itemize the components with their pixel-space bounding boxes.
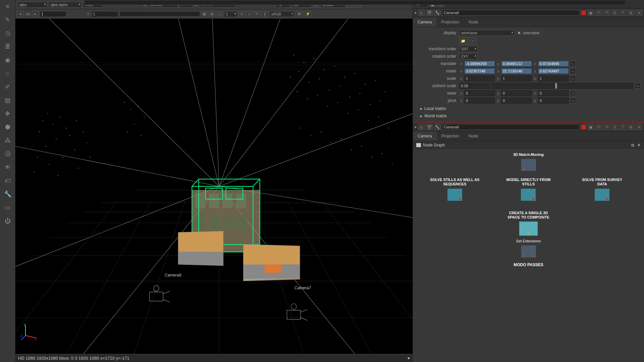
record-icon[interactable] bbox=[581, 125, 586, 129]
feature-extensions-icon[interactable] bbox=[521, 245, 536, 257]
tab-projection-2[interactable]: Projection bbox=[437, 131, 464, 141]
rotate-z[interactable] bbox=[538, 68, 569, 74]
timeline-y[interactable] bbox=[119, 11, 200, 16]
square-icon[interactable]: ▣ bbox=[587, 124, 594, 130]
tab-node[interactable]: Node bbox=[464, 17, 483, 27]
uniform-scale-input[interactable] bbox=[459, 83, 490, 89]
pivot-curve[interactable]: ∿ bbox=[570, 98, 576, 104]
popout-icon[interactable]: ⧉ bbox=[628, 10, 634, 16]
card-icon[interactable]: ▭ bbox=[3, 203, 12, 212]
record-icon[interactable] bbox=[581, 10, 586, 15]
pen-icon[interactable]: ✎ bbox=[3, 15, 12, 24]
help-icon[interactable]: ? bbox=[620, 124, 626, 130]
eye-icon[interactable]: 👁 bbox=[3, 163, 12, 172]
list-icon[interactable]: ≣ bbox=[3, 42, 12, 51]
ip-button[interactable]: IP bbox=[296, 11, 304, 17]
fx-icon[interactable]: ⚡ bbox=[305, 11, 311, 17]
feature-composite-icon[interactable] bbox=[519, 222, 538, 236]
target-icon[interactable]: ◎ bbox=[418, 10, 425, 16]
circle-icon[interactable]: ○ bbox=[3, 69, 12, 78]
skew-y[interactable] bbox=[501, 90, 532, 96]
translate-x[interactable] bbox=[464, 61, 495, 67]
display-dropdown[interactable]: wireframe bbox=[459, 30, 515, 36]
scale-x[interactable] bbox=[464, 75, 495, 81]
export-icon[interactable]: ⎘ bbox=[611, 124, 618, 130]
layers-icon[interactable]: ▤ bbox=[3, 96, 12, 105]
wrench-icon[interactable]: 🔧 bbox=[434, 124, 441, 130]
local-matrix-row[interactable]: ▸ Local matrix bbox=[416, 105, 641, 112]
translate-z[interactable] bbox=[538, 61, 569, 67]
axis-gizmo[interactable]: X Y Z bbox=[20, 324, 37, 341]
wrench2-icon[interactable]: 🔧 bbox=[434, 10, 441, 16]
feature-stills-icon[interactable] bbox=[447, 189, 462, 201]
transform-order-dropdown[interactable]: SRT bbox=[459, 46, 478, 52]
tab-projection[interactable]: Projection bbox=[437, 17, 464, 27]
status-dropdown-icon[interactable]: ▾ bbox=[408, 356, 410, 361]
menu-icon[interactable]: ≡ bbox=[3, 2, 12, 11]
feature-matchmoving-icon[interactable] bbox=[521, 159, 536, 171]
value-c-dropdown[interactable]: 1 bbox=[224, 11, 237, 17]
undo-icon[interactable]: ↶ bbox=[595, 10, 602, 16]
rotate-curve[interactable]: ∿ bbox=[570, 68, 576, 74]
uniform-scale-slider[interactable] bbox=[491, 83, 634, 89]
undo-icon[interactable]: ↶ bbox=[595, 124, 602, 130]
node-graph-area[interactable]: 3D Match-Moving SOLVE STILLS AS WELL AS … bbox=[413, 149, 644, 362]
tag-icon[interactable]: 🏷 bbox=[3, 176, 12, 185]
target-icon[interactable]: ◎ bbox=[418, 124, 425, 130]
square-icon[interactable]: ▣ bbox=[587, 10, 594, 16]
scale-y[interactable] bbox=[501, 75, 532, 81]
popout-icon[interactable]: ⧉ bbox=[631, 143, 634, 147]
refresh-icon[interactable]: ⟳ bbox=[254, 11, 261, 17]
checkbox-icon[interactable]: ✖ bbox=[518, 31, 521, 35]
pivot-y[interactable] bbox=[501, 98, 532, 104]
node-name-input-2[interactable] bbox=[442, 124, 580, 130]
rotate-y[interactable] bbox=[501, 68, 532, 74]
pivot-z[interactable] bbox=[538, 98, 569, 104]
particles-icon[interactable]: ⁂ bbox=[3, 136, 12, 145]
next-icon[interactable]: ▸ bbox=[32, 11, 39, 17]
skew-x[interactable] bbox=[464, 90, 495, 96]
scale-z[interactable] bbox=[538, 75, 569, 81]
channel1-dropdown[interactable]: rgba bbox=[17, 2, 47, 8]
gamma-dropdown[interactable]: sRGB bbox=[269, 11, 294, 17]
lines-icon[interactable]: ≡ bbox=[246, 11, 253, 17]
clapper-icon[interactable]: 🎬 bbox=[426, 10, 433, 16]
redo-icon[interactable]: ↷ bbox=[603, 10, 610, 16]
close-icon[interactable]: ✕ bbox=[637, 143, 641, 147]
feature-survey-icon[interactable] bbox=[595, 189, 609, 201]
popout-icon[interactable]: ⧉ bbox=[628, 124, 634, 130]
collapse-icon[interactable]: ▾ bbox=[415, 11, 417, 15]
close-icon[interactable]: ✕ bbox=[636, 10, 642, 16]
rotation-order-dropdown[interactable]: ZXY bbox=[459, 53, 478, 59]
rotate-x[interactable] bbox=[464, 68, 495, 74]
window-icon[interactable] bbox=[416, 143, 421, 147]
scale-curve[interactable]: ∿ bbox=[570, 75, 576, 81]
redo-icon[interactable]: ↷ bbox=[603, 124, 610, 130]
viewport-3d[interactable]: Camera8 Camera7 X Y Z bbox=[15, 19, 413, 354]
close-icon[interactable]: ✕ bbox=[636, 124, 642, 130]
node-name-input[interactable] bbox=[442, 10, 580, 16]
export-icon[interactable]: ⎘ bbox=[611, 10, 618, 16]
pause-icon[interactable]: ‖ bbox=[262, 11, 268, 17]
clapper-icon[interactable]: 🎬 bbox=[426, 124, 433, 130]
pivot-x[interactable] bbox=[464, 98, 495, 104]
collapse-icon[interactable]: ▾ bbox=[415, 125, 417, 129]
grid1-icon[interactable]: ▦ bbox=[201, 11, 208, 17]
world-matrix-row[interactable]: ▸ World matrix bbox=[416, 112, 641, 120]
value-y-input[interactable] bbox=[92, 11, 118, 17]
timeline-a[interactable] bbox=[84, 0, 626, 5]
target-icon[interactable]: ◎ bbox=[238, 11, 245, 17]
translate-y[interactable] bbox=[501, 61, 532, 67]
feature-model-icon[interactable] bbox=[521, 189, 536, 201]
wrench-icon[interactable]: 🔧 bbox=[3, 189, 12, 199]
arrows-icon[interactable]: ⤢ bbox=[468, 37, 476, 45]
translate-curve[interactable]: ∿ bbox=[570, 61, 576, 67]
edit-icon[interactable]: ✐ bbox=[3, 82, 12, 92]
folder-icon[interactable]: 📁 bbox=[459, 37, 467, 45]
tab-camera[interactable]: Camera bbox=[413, 17, 437, 27]
sphere-icon[interactable]: ◉ bbox=[3, 55, 12, 65]
cube-icon[interactable]: ⬢ bbox=[3, 122, 12, 132]
clock-icon[interactable]: ◷ bbox=[3, 28, 12, 38]
move-icon[interactable]: ✥ bbox=[3, 109, 12, 118]
help-icon[interactable]: ? bbox=[620, 10, 626, 16]
